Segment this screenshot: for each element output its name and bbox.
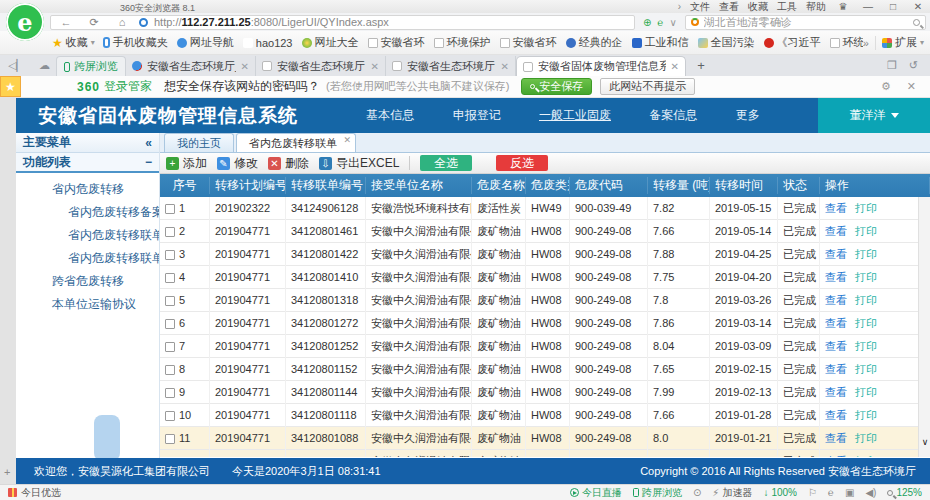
favorites-star-icon[interactable]: ★ xyxy=(0,76,21,97)
tab-close-icon[interactable]: ✕ xyxy=(671,61,679,72)
bookmark-item[interactable]: 工业和信 xyxy=(632,35,689,50)
col-waste-class[interactable]: 危废类别 xyxy=(526,177,570,194)
reopen-tab-icon[interactable]: ↺ xyxy=(909,59,918,72)
nav-item[interactable]: 申报登记 xyxy=(453,107,501,124)
print-link[interactable]: 打印 xyxy=(855,225,877,237)
invert-selection-button[interactable]: 反选 xyxy=(496,155,548,171)
sidebar-menu-item[interactable]: 省内危废转移联单 xyxy=(16,224,159,247)
menu-file[interactable]: 文件 xyxy=(690,0,710,14)
view-link[interactable]: 查看 xyxy=(825,432,847,444)
sidebar-menu-item[interactable]: 跨省危废转移 xyxy=(16,270,159,293)
row-checkbox[interactable] xyxy=(165,273,175,283)
view-link[interactable]: 查看 xyxy=(825,294,847,306)
bookmark-item[interactable]: 手机收藏夹 xyxy=(103,35,168,50)
print-link[interactable]: 打印 xyxy=(855,294,877,306)
sidebar-scroll-thumb[interactable] xyxy=(94,415,120,458)
print-link[interactable]: 打印 xyxy=(855,363,877,375)
row-checkbox[interactable] xyxy=(165,319,175,329)
menu-help[interactable]: 帮助 xyxy=(806,0,826,14)
table-row[interactable]: 1 201902322 34124906128 安徽浩悦环境科技有限… 废活性炭… xyxy=(160,197,930,220)
table-row[interactable]: 8 201904771 34120801152 安徽中久润滑油有限公… 废矿物油… xyxy=(160,358,930,381)
sidebar-menu-item[interactable]: 省内危废转移备案 xyxy=(16,201,159,224)
table-row[interactable]: 5 201904771 34120801318 安徽中久润滑油有限公… 废矿物油… xyxy=(160,289,930,312)
refresh-icon[interactable]: ⟳ xyxy=(88,16,100,29)
side-add-icon[interactable]: + xyxy=(4,466,10,478)
table-row[interactable]: 11 201904771 34120801088 安徽中久润滑油有限公… 废矿物… xyxy=(160,427,930,450)
export-excel-button[interactable]: ⇩导出EXCEL xyxy=(319,155,399,172)
flag-icon[interactable]: ⚐ xyxy=(808,487,817,498)
browser-mode-icon[interactable]: ℮ xyxy=(828,487,834,498)
select-all-button[interactable]: 全选 xyxy=(420,155,472,171)
sidebar-menu-item[interactable]: 本单位运输协议 xyxy=(16,293,159,316)
section-collapse-icon[interactable]: − xyxy=(145,155,152,169)
view-link[interactable]: 查看 xyxy=(825,363,847,375)
table-row[interactable]: 9 201904771 34120801144 安徽中久润滑油有限公… 废矿物油… xyxy=(160,381,930,404)
row-checkbox[interactable] xyxy=(165,342,175,352)
table-row[interactable]: 7 201904771 34120801252 安徽中久润滑油有限公… 废矿物油… xyxy=(160,335,930,358)
menu-tools[interactable]: 工具 xyxy=(777,0,797,14)
view-link[interactable]: 查看 xyxy=(825,340,847,352)
speaker-icon[interactable]: ◀) xyxy=(865,487,876,498)
reader-icon[interactable]: ℮ xyxy=(657,17,663,28)
history-icon[interactable]: ⊙ xyxy=(693,487,701,498)
browser-tab[interactable]: 安徽省固体废物管理信息系统 ✕ xyxy=(516,56,686,76)
bookmark-item[interactable]: 安徽省环 xyxy=(368,35,425,50)
col-company[interactable]: 接受单位名称 xyxy=(366,177,472,194)
bookmark-item[interactable]: 环境保护 xyxy=(434,35,491,50)
print-link[interactable]: 打印 xyxy=(855,386,877,398)
favorites-button[interactable]: ★ 收藏 ▾ xyxy=(52,35,95,50)
row-checkbox[interactable] xyxy=(165,388,175,398)
url-field[interactable]: ← ⟳ ⌂ http://112.27.211.25:8080/LigerUI/… xyxy=(50,15,635,30)
table-row[interactable]: 2 201904771 34120801461 安徽中久润滑油有限公… 废矿物油… xyxy=(160,220,930,243)
tab-list-icon[interactable]: ❐ xyxy=(887,59,897,72)
menu-view[interactable]: 查看 xyxy=(719,0,739,14)
view-link[interactable]: 查看 xyxy=(825,271,847,283)
today-live-button[interactable]: 今日直播 xyxy=(570,486,622,500)
col-index[interactable]: 序号 xyxy=(160,177,210,194)
row-checkbox[interactable] xyxy=(165,250,175,260)
col-date[interactable]: 转移时间 xyxy=(710,177,778,194)
view-link[interactable]: 查看 xyxy=(825,225,847,237)
view-link[interactable]: 查看 xyxy=(825,455,847,457)
delete-button[interactable]: ✕删除 xyxy=(268,155,309,172)
zoom-control[interactable]: 125% xyxy=(887,487,922,498)
search-input[interactable]: 湖北首地清零确诊 xyxy=(704,15,908,30)
dismiss-button[interactable]: 此网站不再提示 xyxy=(600,78,695,95)
add-button[interactable]: +添加 xyxy=(166,155,207,172)
screen-browse-status-button[interactable]: 跨屏浏览 xyxy=(633,486,682,500)
notify-settings-icon[interactable]: ⚙ xyxy=(881,80,891,93)
view-link[interactable]: 查看 xyxy=(825,386,847,398)
minimize-button[interactable]: — xyxy=(860,1,876,12)
table-scrollbar[interactable]: ∨ xyxy=(918,197,930,457)
download-status[interactable]: ↓100% xyxy=(763,487,797,498)
row-checkbox[interactable] xyxy=(165,457,175,458)
home-icon[interactable]: ⌂ xyxy=(116,16,128,28)
row-checkbox[interactable] xyxy=(165,411,175,421)
col-waste-name[interactable]: 危废名称 xyxy=(472,177,526,194)
view-link[interactable]: 查看 xyxy=(825,317,847,329)
bookmark-item[interactable]: hao123 xyxy=(243,37,293,49)
browser-tab[interactable]: 安徽省生态环境厅 ✕ xyxy=(386,56,516,76)
vip-icon[interactable]: ♛ xyxy=(835,1,851,12)
tab-close-icon[interactable]: ✕ xyxy=(501,61,509,72)
row-checkbox[interactable] xyxy=(165,227,175,237)
nav-item[interactable]: 更多 xyxy=(736,107,760,124)
print-link[interactable]: 打印 xyxy=(855,455,877,457)
sidebar-menu-item[interactable]: 省内危废转移 xyxy=(16,178,159,201)
window-icon[interactable]: ▣ xyxy=(845,487,854,498)
print-link[interactable]: 打印 xyxy=(855,340,877,352)
tab-home[interactable]: 我的主页 xyxy=(164,133,234,152)
notify-close-icon[interactable]: ✕ xyxy=(907,80,916,93)
bookmark-item[interactable]: 环统年报 xyxy=(830,35,863,50)
print-link[interactable]: 打印 xyxy=(855,248,877,260)
col-manifest[interactable]: 转移联单编号 xyxy=(286,177,366,194)
bookmark-item[interactable]: 全国污染 xyxy=(698,35,755,50)
bookmark-item[interactable]: 网址大全 xyxy=(302,35,359,50)
print-link[interactable]: 打印 xyxy=(855,432,877,444)
tab-close-icon[interactable]: ✕ xyxy=(371,61,379,72)
content-tab-close-icon[interactable]: ✕ xyxy=(343,135,351,145)
menu-favorites[interactable]: 收藏 xyxy=(748,0,768,14)
nav-item[interactable]: 基本信息 xyxy=(366,107,414,124)
table-row[interactable]: 10 201904771 34120801118 安徽中久润滑油有限公… 废矿物… xyxy=(160,404,930,427)
sidebar-collapse-icon[interactable]: « xyxy=(145,136,152,150)
